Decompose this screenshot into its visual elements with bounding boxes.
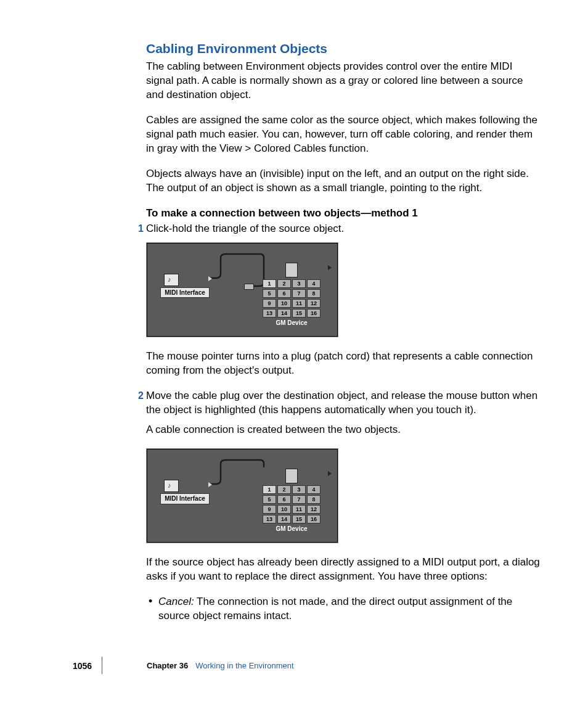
gm-cell: 9 — [263, 299, 276, 308]
output-triangle-icon — [208, 482, 212, 487]
gm-channel-grid: 1 2 3 4 5 6 7 8 9 10 11 12 13 14 15 16 — [258, 279, 325, 318]
gm-cell: 11 — [292, 505, 306, 514]
midi-interface-icon — [164, 480, 179, 492]
gm-cell: 4 — [307, 485, 321, 494]
gm-cell: 14 — [277, 309, 291, 318]
figure-cable-connected: MIDI Interface 1 2 3 4 5 6 7 8 9 10 11 1… — [146, 448, 338, 543]
gm-cell: 6 — [277, 495, 291, 504]
gm-cell: 1 — [263, 485, 276, 494]
step-text: Click-hold the triangle of the source ob… — [146, 222, 541, 236]
gm-device-icon — [285, 469, 298, 483]
step-2: 2 Move the cable plug over the destinati… — [146, 389, 541, 438]
figure-cable-drag: MIDI Interface 1 2 3 4 5 6 7 8 9 10 11 1… — [146, 242, 338, 337]
gm-cell: 10 — [277, 299, 291, 308]
gm-cell: 8 — [307, 495, 321, 504]
chapter-label: Chapter 36Working in the Environment — [147, 660, 294, 671]
midi-interface-object: MIDI Interface — [160, 274, 210, 298]
output-triangle-icon — [328, 471, 332, 476]
gm-cell: 11 — [292, 299, 306, 308]
step-result: If the source object has already been di… — [146, 556, 541, 584]
step-result: The mouse pointer turns into a plug (pat… — [146, 350, 541, 378]
gm-cell: 5 — [263, 495, 276, 504]
gm-cell: 4 — [307, 279, 321, 288]
gm-cell: 10 — [277, 505, 291, 514]
gm-cell: 5 — [263, 289, 276, 298]
gm-cell: 7 — [292, 289, 306, 298]
method-heading: To make a connection between two objects… — [146, 207, 541, 221]
gm-cell: 13 — [263, 515, 276, 523]
body-paragraph: Cables are assigned the same color as th… — [146, 113, 541, 156]
gm-cell: 3 — [292, 279, 306, 288]
gm-cell: 1 — [263, 279, 276, 288]
gm-cell: 8 — [307, 289, 321, 298]
gm-cell: 2 — [277, 485, 291, 494]
gm-cell: 15 — [292, 515, 306, 523]
gm-cell: 12 — [307, 299, 321, 308]
step-1: 1 Click-hold the triangle of the source … — [146, 222, 541, 236]
gm-device-label: GM Device — [258, 525, 325, 533]
bullet-label: Cancel: — [158, 596, 194, 607]
step-number: 2 — [135, 389, 144, 403]
gm-cell: 3 — [292, 485, 306, 494]
gm-cell: 7 — [292, 495, 306, 504]
gm-cell: 9 — [263, 505, 276, 514]
page-number: 1056 — [73, 660, 92, 672]
body-paragraph: Objects always have an (invisible) input… — [146, 167, 541, 195]
gm-cell: 6 — [277, 289, 291, 298]
section-heading: Cabling Environment Objects — [146, 40, 541, 57]
bullet-text: The connection is not made, and the dire… — [158, 596, 512, 622]
gm-channel-grid: 1 2 3 4 5 6 7 8 9 10 11 12 13 14 15 16 — [258, 485, 325, 523]
bullet-icon: • — [149, 597, 152, 605]
output-triangle-icon — [328, 265, 332, 270]
gm-cell: 14 — [277, 515, 291, 523]
step-number: 1 — [135, 222, 144, 236]
gm-cell: 12 — [307, 505, 321, 514]
gm-cell: 16 — [307, 515, 321, 523]
step-text: A cable connection is created between th… — [146, 423, 541, 437]
gm-cell: 15 — [292, 309, 306, 318]
page-content: Cabling Environment Objects The cabling … — [146, 40, 541, 634]
body-paragraph: The cabling between Environment objects … — [146, 60, 541, 102]
gm-cell: 13 — [263, 309, 276, 318]
gm-device-object: 1 2 3 4 5 6 7 8 9 10 11 12 13 14 15 16 G… — [258, 263, 325, 327]
gm-device-object: 1 2 3 4 5 6 7 8 9 10 11 12 13 14 15 16 G… — [258, 469, 325, 533]
bullet-cancel: • Cancel: The connection is not made, an… — [146, 595, 541, 623]
gm-device-label: GM Device — [258, 319, 325, 327]
cable-plug-icon — [244, 284, 254, 290]
midi-interface-label: MIDI Interface — [160, 493, 210, 504]
footer-divider — [102, 657, 102, 674]
midi-interface-icon — [164, 274, 179, 286]
output-triangle-icon — [208, 276, 212, 281]
midi-interface-label: MIDI Interface — [160, 287, 210, 298]
gm-device-icon — [285, 263, 298, 277]
gm-cell: 16 — [307, 309, 321, 318]
midi-interface-object: MIDI Interface — [160, 480, 210, 504]
step-text: Move the cable plug over the destination… — [146, 389, 541, 417]
chapter-title: Working in the Environment — [195, 661, 293, 670]
page-footer: 1056 Chapter 36Working in the Environmen… — [0, 660, 588, 675]
chapter-number: Chapter 36 — [147, 661, 188, 670]
gm-cell: 2 — [277, 279, 291, 288]
